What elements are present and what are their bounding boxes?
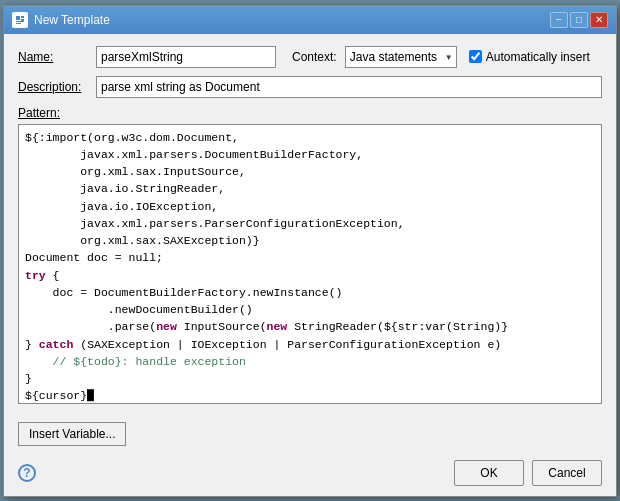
context-label: Context: (292, 50, 337, 64)
title-controls: − □ ✕ (550, 12, 608, 28)
dialog-title: New Template (34, 13, 110, 27)
dialog-content: Name: Context: Java statements Java HTML… (4, 34, 616, 416)
name-row: Name: Context: Java statements Java HTML… (18, 46, 602, 68)
maximize-button[interactable]: □ (570, 12, 588, 28)
cancel-button[interactable]: Cancel (532, 460, 602, 486)
svg-rect-2 (21, 16, 24, 18)
pattern-area: Pattern: ${:import(org.w3c.dom.Document,… (18, 106, 602, 404)
svg-rect-4 (16, 21, 24, 22)
dialog: New Template − □ ✕ Name: Context: Java s… (3, 5, 617, 497)
auto-insert-checkbox[interactable] (469, 50, 482, 63)
svg-rect-1 (16, 16, 20, 20)
auto-insert-wrapper: Automatically insert (469, 50, 590, 64)
title-bar: New Template − □ ✕ (4, 6, 616, 34)
description-label: Description: (18, 80, 88, 94)
help-button[interactable]: ? (18, 464, 36, 482)
action-buttons: OK Cancel (454, 460, 602, 486)
description-input[interactable] (96, 76, 602, 98)
title-bar-left: New Template (12, 12, 110, 28)
description-row: Description: (18, 76, 602, 98)
close-button[interactable]: ✕ (590, 12, 608, 28)
name-label: Name: (18, 50, 88, 64)
context-select-wrapper: Java statements Java HTML XML CSS (345, 46, 457, 68)
insert-variable-button[interactable]: Insert Variable... (18, 422, 126, 446)
code-editor[interactable]: ${:import(org.w3c.dom.Document, javax.xm… (18, 124, 602, 404)
bottom-row: Insert Variable... (4, 416, 616, 456)
pattern-label: Pattern: (18, 106, 88, 120)
svg-rect-3 (21, 19, 24, 21)
auto-insert-label: Automatically insert (486, 50, 590, 64)
ok-button[interactable]: OK (454, 460, 524, 486)
pattern-row: Pattern: (18, 106, 602, 124)
dialog-icon (12, 12, 28, 28)
svg-rect-5 (16, 23, 21, 24)
footer: ? OK Cancel (4, 456, 616, 496)
minimize-button[interactable]: − (550, 12, 568, 28)
name-input[interactable] (96, 46, 276, 68)
context-select[interactable]: Java statements Java HTML XML CSS (345, 46, 457, 68)
